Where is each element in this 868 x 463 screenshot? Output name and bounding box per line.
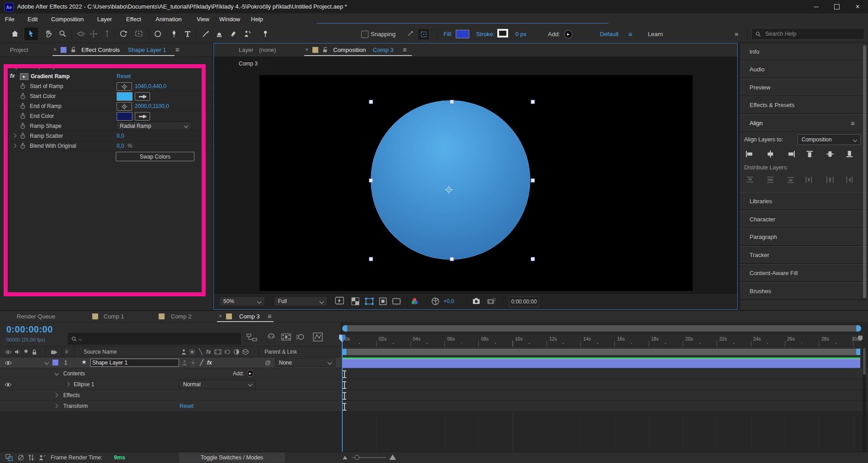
- transparency-grid-button[interactable]: [351, 297, 359, 307]
- distribute-right-button[interactable]: [844, 175, 855, 185]
- panel-tab-libraries[interactable]: Libraries: [740, 192, 868, 210]
- effects-row[interactable]: Effects: [0, 390, 341, 401]
- timeline-zoom-slider-knob[interactable]: [354, 455, 359, 460]
- stroke-label[interactable]: Stroke:: [476, 31, 495, 37]
- stroke-color-swatch[interactable]: [497, 29, 508, 37]
- menu-composition[interactable]: Composition: [51, 16, 84, 23]
- eye-icon[interactable]: [5, 382, 12, 387]
- timeline-search-input[interactable]: [83, 335, 237, 342]
- motion-blur-button[interactable]: [296, 333, 305, 342]
- selection-handle[interactable]: [369, 178, 373, 182]
- dolly-camera-tool[interactable]: [100, 28, 114, 40]
- magnification-dropdown[interactable]: 50%: [219, 296, 265, 306]
- align-right-button[interactable]: [785, 149, 797, 159]
- snap-grid-button[interactable]: [418, 28, 429, 40]
- tab-composition-name[interactable]: Comp 3: [373, 47, 394, 53]
- guides-grid-button[interactable]: [392, 297, 401, 307]
- parent-pick-whip-icon[interactable]: @: [265, 359, 271, 366]
- distribute-top-button[interactable]: [744, 175, 756, 185]
- resolution-dropdown[interactable]: Full: [274, 296, 327, 306]
- minimize-button[interactable]: [806, 0, 826, 14]
- add-property-button[interactable]: ▶: [247, 370, 254, 377]
- parent-dropdown[interactable]: None: [275, 358, 335, 367]
- tab-layer[interactable]: Layer: [239, 47, 254, 53]
- more-workspaces-icon[interactable]: »: [735, 30, 738, 37]
- layer-row[interactable]: 1 ★ ╱ fx @ None: [0, 357, 341, 368]
- effects-expand-chevron-icon[interactable]: [54, 393, 58, 398]
- layer-duration-bar[interactable]: [342, 359, 860, 368]
- navigator-start-handle[interactable]: [342, 325, 347, 332]
- brush-tool[interactable]: [199, 28, 212, 40]
- clone-stamp-tool[interactable]: [212, 28, 226, 40]
- selection-handle[interactable]: [369, 100, 373, 104]
- selection-tool[interactable]: [24, 28, 38, 40]
- distribute-bottom-button[interactable]: [785, 175, 797, 185]
- align-center-horizontal-button[interactable]: [764, 149, 776, 159]
- transform-expand-chevron-icon[interactable]: [54, 404, 58, 408]
- contents-expand-chevron-icon[interactable]: [55, 371, 59, 376]
- work-area-start-handle[interactable]: [342, 349, 346, 355]
- contents-row[interactable]: Contents Add: ▶: [0, 368, 341, 379]
- pen-tool[interactable]: [167, 28, 181, 40]
- unlock-icon[interactable]: [322, 47, 328, 53]
- snap-options-icon[interactable]: [407, 30, 414, 38]
- exposure-value[interactable]: +0,0: [443, 298, 454, 304]
- exposure-button[interactable]: [431, 297, 440, 307]
- tab-comp-1[interactable]: Comp 1: [104, 313, 124, 320]
- zoom-tool[interactable]: [56, 28, 70, 40]
- snapping-checkbox[interactable]: [361, 31, 368, 38]
- workspace-selector[interactable]: Default: [600, 31, 618, 37]
- sidebar-scrollbar[interactable]: [863, 45, 866, 298]
- ellipse-expand-chevron-icon[interactable]: [66, 382, 70, 387]
- orbit-camera-tool[interactable]: [74, 28, 88, 40]
- timeline-search-box[interactable]: [68, 333, 241, 345]
- panel-menu-icon[interactable]: ≡: [851, 119, 855, 127]
- menu-window[interactable]: Window: [219, 16, 240, 23]
- workspace-learn[interactable]: Learn: [648, 31, 663, 37]
- region-of-interest-button[interactable]: [379, 297, 387, 307]
- timeline-navigator-bar[interactable]: [342, 325, 861, 332]
- workspace-menu-icon[interactable]: ≡: [628, 30, 632, 38]
- panel-menu-icon[interactable]: ≡: [268, 312, 272, 320]
- timeline-scrollbar-track[interactable]: [863, 347, 866, 452]
- panel-tab-preview[interactable]: Preview: [740, 79, 868, 96]
- panel-tab-brushes[interactable]: Brushes: [740, 282, 868, 300]
- eraser-tool[interactable]: [226, 28, 240, 40]
- work-area-bar[interactable]: [342, 349, 860, 355]
- maximize-button[interactable]: [826, 0, 847, 14]
- tab-effect-controls-layername[interactable]: Shape Layer 1: [128, 47, 166, 53]
- distribute-center-vertical-button[interactable]: [764, 175, 776, 185]
- show-snapshot-button[interactable]: [487, 298, 496, 306]
- menu-view[interactable]: View: [197, 16, 209, 23]
- panel-menu-icon[interactable]: ≡: [175, 46, 179, 53]
- playhead-line[interactable]: [342, 335, 343, 454]
- distribute-center-horizontal-button[interactable]: [824, 175, 836, 185]
- panel-tab-character[interactable]: Character: [740, 210, 868, 228]
- search-help-input[interactable]: [764, 30, 860, 37]
- blend-mode-dropdown[interactable]: Normal: [179, 380, 256, 388]
- work-area-end-handle[interactable]: [856, 349, 860, 355]
- ellipse-row[interactable]: Ellipse 1 Normal: [0, 379, 341, 390]
- snapshot-button[interactable]: [472, 298, 481, 306]
- search-help-box[interactable]: [751, 28, 864, 40]
- align-layers-to-dropdown[interactable]: Composition: [797, 134, 861, 145]
- anchor-point-icon[interactable]: [445, 186, 453, 194]
- puppet-pin-tool[interactable]: [259, 28, 272, 40]
- tab-effect-controls[interactable]: Effect Controls: [81, 47, 120, 53]
- rotation-tool[interactable]: [117, 28, 130, 40]
- panel-tab-info[interactable]: Info: [740, 43, 868, 61]
- align-left-button[interactable]: [744, 149, 756, 159]
- camera-tool[interactable]: [132, 28, 146, 40]
- transform-reset-link[interactable]: Reset: [179, 403, 193, 409]
- tab-render-queue[interactable]: Render Queue: [17, 313, 55, 320]
- fast-previews-button[interactable]: [335, 297, 345, 307]
- selection-handle[interactable]: [450, 257, 454, 261]
- layer-label-color[interactable]: [52, 360, 58, 365]
- tab-close-icon[interactable]: ×: [305, 47, 308, 53]
- shape-layer-ellipse[interactable]: [371, 100, 530, 260]
- composition-flowchart-button[interactable]: [246, 333, 257, 343]
- menu-edit[interactable]: Edit: [28, 16, 38, 23]
- panel-menu-icon[interactable]: ≡: [403, 46, 407, 53]
- selection-handle[interactable]: [450, 100, 454, 104]
- selection-handle[interactable]: [531, 100, 535, 104]
